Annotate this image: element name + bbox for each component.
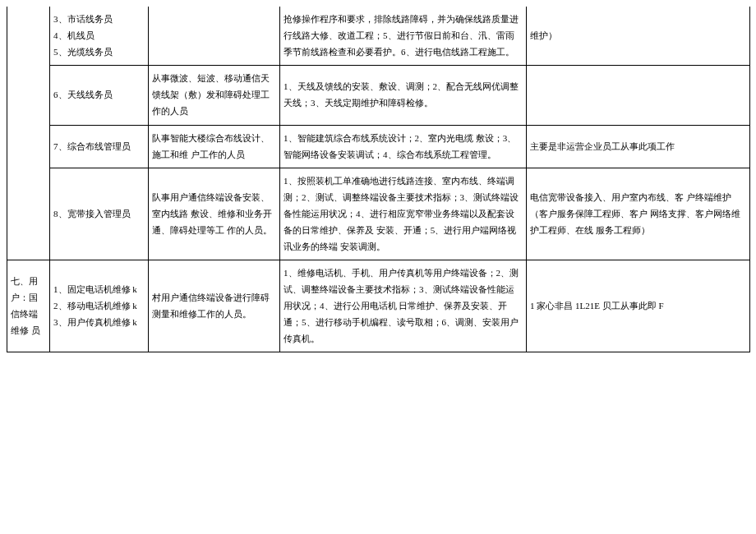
cell-desc: 队事用户通信终端设备安装、室内线路 敷设、维修和业务开通、障碍处理等工 作的人员… (149, 168, 280, 260)
cell-duties: 1、按照装机工单准确地进行线路连接、室内布线、终端调测；2、测试、调整终端设备主… (280, 168, 527, 260)
table-row: 6、天线线务员 从事微波、短波、移动通信天馈线架（敷）发和障碍处理工作的人员 1… (7, 66, 750, 125)
cell-jobname: 1、固定电话机维修 k 2、移动电话机维修 k 3、用户传真机维修 k (50, 260, 149, 352)
cell-duties: 1、智能建筑综合布线系统设计；2、室内光电缆 敷设；3、智能网络设备安装调试；4… (280, 125, 527, 168)
cell-desc: 从事微波、短波、移动通信天馈线架（敷）发和障碍处理工作的人员 (149, 66, 280, 125)
cell-desc: 队事智能大楼综合布线设计、施工和维 户工作的人员 (149, 125, 280, 168)
cell-category (7, 7, 50, 66)
cell-remark: 主要是非运营企业员工从事此项工作 (527, 125, 750, 168)
cell-duties: 1、天线及馈线的安装、敷设、调测；2、配合无线网优调整天线；3、天线定期维护和障… (280, 66, 527, 125)
cell-remark: 1 家心非昌 1L21E 贝工从事此即 F (527, 260, 750, 352)
cell-duties: 抢修操作程序和要求，排除线路障碍，并为确保线路质量进行线路大修、改道工程；5、进… (280, 7, 527, 66)
cell-category (7, 66, 50, 125)
cell-duties: 1、维修电话机、手机、用户传真机等用户终端设备；2、测试、调整终端设备主要技术指… (280, 260, 527, 352)
cell-jobname: 8、宽带接入管理员 (50, 168, 149, 260)
cell-jobname: 7、综合布线管理员 (50, 125, 149, 168)
cell-remark (527, 66, 750, 125)
table-row: 7、综合布线管理员 队事智能大楼综合布线设计、施工和维 户工作的人员 1、智能建… (7, 125, 750, 168)
cell-category (7, 168, 50, 260)
spec-table: 3、市话线务员 4、机线员 5、光缆线务员 抢修操作程序和要求，排除线路障碍，并… (7, 7, 750, 352)
table-row: 8、宽带接入管理员 队事用户通信终端设备安装、室内线路 敷设、维修和业务开通、障… (7, 168, 750, 260)
cell-jobname: 3、市话线务员 4、机线员 5、光缆线务员 (50, 7, 149, 66)
cell-remark: 维护） (527, 7, 750, 66)
cell-jobname: 6、天线线务员 (50, 66, 149, 125)
cell-desc (149, 7, 280, 66)
cell-remark: 电信宽带设备接入、用户室内布线、客 户终端维护（客户服务保障工程师、客户 网络支… (527, 168, 750, 260)
table-row: 3、市话线务员 4、机线员 5、光缆线务员 抢修操作程序和要求，排除线路障碍，并… (7, 7, 750, 66)
cell-desc: 村用户通信终端设备进行障碍测量和维修工作的人员。 (149, 260, 280, 352)
cell-category: 七、用户：国信终端维修 员 (7, 260, 50, 352)
table-row: 七、用户：国信终端维修 员 1、固定电话机维修 k 2、移动电话机维修 k 3、… (7, 260, 750, 352)
cell-category (7, 125, 50, 168)
